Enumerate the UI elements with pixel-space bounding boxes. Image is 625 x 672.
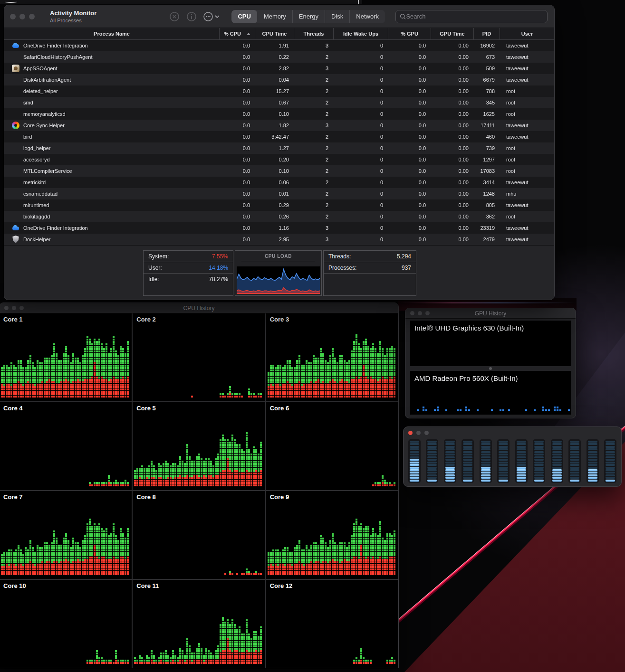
gpu-percent-cell: 0.0 — [388, 180, 431, 185]
inspect-process-icon[interactable] — [186, 11, 197, 22]
pid-cell: 16902 — [473, 43, 500, 48]
table-row[interactable]: MTLCompilerService0.00.10200.00.0017083r… — [4, 165, 554, 177]
meter-segment-dim — [499, 456, 508, 458]
minimize-button[interactable] — [19, 14, 25, 19]
tab-network[interactable]: Network — [349, 10, 385, 23]
table-row[interactable]: accessoryd0.00.20200.00.001297root — [4, 154, 554, 165]
table-row[interactable]: SafariCloudHistoryPushAgent0.00.22200.00… — [4, 51, 554, 63]
table-row[interactable]: memoryanalyticsd0.00.10200.00.001625root — [4, 108, 554, 120]
meter-segment-dim — [499, 474, 508, 476]
core-usage-chart — [1, 594, 130, 666]
meter-segment-lit — [445, 480, 455, 482]
tab-cpu[interactable]: CPU — [231, 10, 257, 23]
gpu-panel-intel: Intel® UHD Graphics 630 (Built-In) — [410, 321, 571, 366]
zoom-button[interactable] — [29, 14, 35, 19]
meter-segment-lit — [588, 480, 597, 482]
meter-segment-dim — [445, 446, 455, 448]
process-name: AppSSOAgent — [23, 66, 58, 71]
quit-process-icon[interactable] — [169, 11, 180, 22]
meter-segment-lit — [481, 469, 490, 471]
meter-segment-dim — [499, 462, 508, 464]
cpu-time-cell: 0.22 — [255, 54, 294, 60]
close-button[interactable] — [408, 431, 413, 435]
gpu-panel-divider[interactable] — [405, 366, 576, 371]
table-row[interactable]: AppSSOAgent0.02.82300.00.00509taweewut — [4, 63, 554, 74]
tab-energy[interactable]: Energy — [292, 10, 325, 23]
cpu-history-window: CPU History Core 1Core 2Core 3Core 4Core… — [0, 303, 399, 668]
meter-segment-lit — [463, 480, 472, 482]
table-row[interactable]: bird0.03:42.47200.00.00460taweewut — [4, 131, 554, 142]
process-table: OneDrive Finder Integration0.01.91300.00… — [4, 40, 554, 245]
zoom-button[interactable] — [424, 431, 429, 435]
meter-segment-dim — [445, 443, 455, 445]
idle-value: 78.27% — [209, 276, 228, 283]
column-header-threads[interactable]: Threads — [294, 28, 333, 39]
table-row[interactable]: DockHelper0.02.95300.00.002479taweewut — [4, 234, 554, 245]
meter-segment-lit — [481, 467, 490, 469]
column-header-cpu-time[interactable]: CPU Time — [255, 28, 294, 39]
gpu-history-title: GPU History — [405, 310, 576, 317]
search-field[interactable] — [395, 10, 548, 23]
gpu-history-titlebar[interactable]: GPU History — [405, 308, 576, 319]
column-header-gpu-time[interactable]: GPU Time — [431, 28, 473, 39]
core-label: Core 8 — [136, 493, 155, 501]
cpu-time-cell: 1.27 — [255, 145, 294, 151]
gpu-percent-cell: 0.0 — [388, 54, 431, 60]
close-button[interactable] — [10, 14, 16, 19]
table-header: Process Name % CPU CPU Time Threads Idle… — [4, 28, 554, 40]
column-header-idle-wake-ups[interactable]: Idle Wake Ups — [333, 28, 388, 39]
cpu-time-cell: 2.95 — [255, 237, 294, 242]
process-name: OneDrive Finder Integration — [23, 43, 88, 48]
process-name: DiskArbitrationAgent — [23, 77, 71, 83]
meter-segment-lit — [481, 474, 490, 476]
titlebar[interactable]: Activity Monitor All Processes CPUMemory… — [4, 5, 554, 28]
table-row[interactable]: OneDrive Finder Integration0.01.91300.00… — [4, 40, 554, 51]
idle-wake-ups-cell: 0 — [333, 88, 388, 94]
cpu-usage-titlebar[interactable] — [404, 427, 621, 438]
meter-segment-dim — [552, 467, 562, 469]
view-tabs: CPUMemoryEnergyDiskNetwork — [231, 10, 385, 23]
meter-segment-dim — [410, 446, 419, 448]
table-row[interactable]: Core Sync Helper0.01.82300.00.0017411taw… — [4, 120, 554, 131]
meter-segment-lit — [410, 469, 419, 471]
meter-segment-dim — [481, 454, 490, 455]
column-header-user[interactable]: User — [500, 28, 554, 39]
user-cell: taweewut — [500, 134, 554, 140]
column-header-gpu[interactable]: % GPU — [388, 28, 431, 39]
core-label: Core 5 — [136, 405, 155, 412]
pid-cell: 345 — [473, 100, 500, 105]
meter-segment-dim — [588, 454, 597, 455]
meter-segment-dim — [499, 467, 508, 469]
cpu-history-titlebar[interactable]: CPU History — [0, 303, 398, 313]
tab-memory[interactable]: Memory — [257, 10, 292, 23]
meter-segment-lit — [517, 469, 526, 471]
cpu-percent-cell: 0.0 — [219, 214, 255, 219]
table-row[interactable]: DiskArbitrationAgent0.00.04200.00.006679… — [4, 74, 554, 85]
idle-wake-ups-cell: 0 — [333, 214, 388, 219]
column-header-cpu[interactable]: % CPU — [219, 28, 255, 39]
table-row[interactable]: biokitaggdd0.00.26200.00.00362root — [4, 211, 554, 222]
tab-disk[interactable]: Disk — [325, 10, 349, 23]
table-row[interactable]: mlruntimed0.00.29200.00.00805taweewut — [4, 199, 554, 211]
meter-segment-dim — [517, 454, 526, 455]
table-row[interactable]: metrickitd0.00.06200.00.003414taweewut — [4, 177, 554, 188]
table-row[interactable]: deleted_helper0.015.27200.00.00788root — [4, 85, 554, 97]
no-icon — [12, 53, 19, 61]
table-row[interactable]: logd_helper0.01.27200.00.00739root — [4, 142, 554, 154]
threads-value: 5,294 — [397, 253, 411, 260]
minimize-button[interactable] — [416, 431, 421, 435]
gpu-time-cell: 0.00 — [431, 214, 473, 219]
meter-segment-dim — [463, 446, 472, 448]
table-row[interactable]: OneDrive Finder Integration0.01.16300.00… — [4, 222, 554, 234]
column-header-pid[interactable]: PID — [473, 28, 500, 39]
table-row[interactable]: smd0.00.67200.00.00345root — [4, 97, 554, 108]
cpu-load-title: CPU LOAD — [235, 251, 321, 259]
process-name-cell: memoryanalyticsd — [4, 110, 219, 118]
search-input[interactable] — [406, 13, 543, 20]
menu-bar-tick — [358, 0, 359, 4]
more-options-icon[interactable] — [203, 11, 221, 22]
column-header-process-name[interactable]: Process Name — [4, 28, 219, 39]
no-icon — [12, 99, 19, 106]
table-row[interactable]: csnameddatad0.00.01200.00.001248mhu — [4, 188, 554, 199]
meter-segment-lit — [445, 474, 455, 476]
